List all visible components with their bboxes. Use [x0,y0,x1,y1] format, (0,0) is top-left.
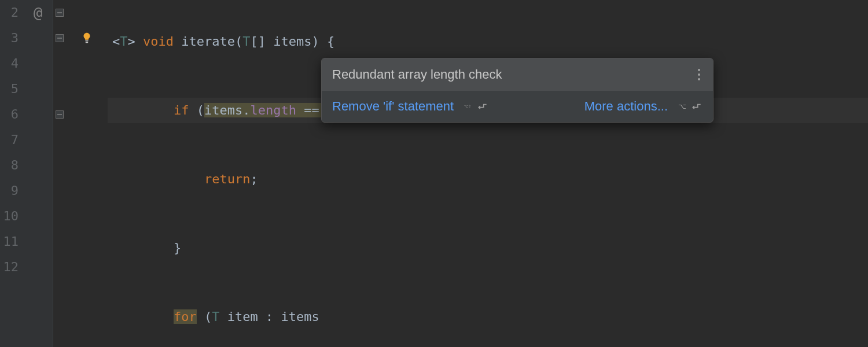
svg-text:⌥: ⌥ [678,102,686,110]
code-line[interactable]: for (T item : items [108,304,868,330]
quickfix-more-actions[interactable]: More actions... [584,99,668,114]
line-number: 12 [0,254,19,280]
inspection-popup-header: Redundant array length check [322,58,713,91]
code-line[interactable]: <T> void iterate(T[] items) { [108,29,868,54]
svg-text:⌥⇧: ⌥⇧ [464,105,471,108]
line-number: 8 [0,153,19,178]
svg-rect-0 [85,40,89,42]
svg-rect-1 [86,42,89,43]
line-number: 11 [0,229,19,254]
quickfix-remove-if[interactable]: Remove 'if' statement [332,99,454,114]
intention-gutter [66,0,108,347]
override-icon[interactable]: @ [34,0,43,25]
code-editor[interactable]: 2 3 4 5 6 7 8 9 10 11 12 @ [0,0,868,347]
line-number: 2 [0,0,19,25]
code-line[interactable]: } [108,235,868,261]
annotation-gutter: @ [23,0,53,347]
inspection-highlight: items.length == 0 [204,103,334,117]
line-number: 3 [0,25,19,51]
code-area[interactable]: <T> void iterate(T[] items) { if (items.… [108,0,868,347]
fold-gutter [53,0,66,347]
code-line[interactable]: return; [108,167,868,192]
line-number: 9 [0,178,19,204]
inspection-popup: Redundant array length check Remove 'if'… [321,58,713,123]
fold-toggle-icon[interactable] [56,9,64,17]
fold-toggle-icon[interactable] [56,34,64,42]
shortcut-label: ⌥ [678,101,703,112]
line-number: 5 [0,76,19,102]
inspection-title: Redundant array length check [332,67,502,82]
line-number: 6 [0,102,19,127]
line-number: 10 [0,204,19,229]
line-number: 7 [0,127,19,153]
more-options-icon[interactable] [696,67,703,83]
line-number: 4 [0,51,19,76]
fold-toggle-icon[interactable] [56,110,64,119]
line-number-gutter: 2 3 4 5 6 7 8 9 10 11 12 [0,0,23,347]
intention-bulb-icon[interactable] [80,32,93,45]
shortcut-label: ⌥⇧ [464,101,488,112]
